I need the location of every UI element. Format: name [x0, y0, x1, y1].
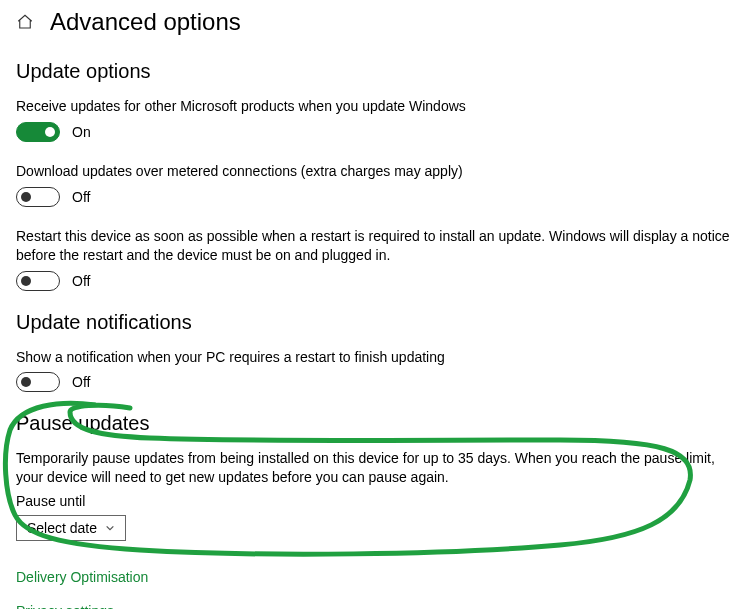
metered-text: Download updates over metered connection…: [16, 162, 734, 181]
section-title-update-options: Update options: [16, 60, 734, 83]
toggle-knob-icon: [45, 127, 55, 137]
home-icon[interactable]: [16, 13, 34, 31]
page-header: Advanced options: [16, 8, 734, 36]
page-title: Advanced options: [50, 8, 241, 36]
show-notification-toggle[interactable]: [16, 372, 60, 392]
section-title-pause: Pause updates: [16, 412, 734, 435]
restart-toggle-row: Off: [16, 271, 734, 291]
show-notification-toggle-row: Off: [16, 372, 734, 392]
restart-state: Off: [72, 273, 90, 289]
restart-text: Restart this device as soon as possible …: [16, 227, 734, 265]
update-options-section: Update options Receive updates for other…: [16, 60, 734, 291]
pause-until-select[interactable]: Select date: [16, 515, 126, 541]
show-notification-text: Show a notification when your PC require…: [16, 348, 734, 367]
metered-toggle-row: Off: [16, 187, 734, 207]
metered-state: Off: [72, 189, 90, 205]
toggle-knob-icon: [21, 192, 31, 202]
pause-until-label: Pause until: [16, 493, 734, 509]
receive-updates-toggle-row: On: [16, 122, 734, 142]
metered-toggle[interactable]: [16, 187, 60, 207]
receive-updates-toggle[interactable]: [16, 122, 60, 142]
pause-until-select-label: Select date: [27, 520, 97, 536]
toggle-knob-icon: [21, 276, 31, 286]
toggle-knob-icon: [21, 377, 31, 387]
chevron-down-icon: [105, 523, 115, 533]
update-notifications-section: Update notifications Show a notification…: [16, 311, 734, 393]
show-notification-state: Off: [72, 374, 90, 390]
pause-description: Temporarily pause updates from being ins…: [16, 449, 734, 487]
delivery-optimisation-link[interactable]: Delivery Optimisation: [16, 569, 734, 585]
receive-updates-state: On: [72, 124, 91, 140]
restart-toggle[interactable]: [16, 271, 60, 291]
receive-updates-text: Receive updates for other Microsoft prod…: [16, 97, 734, 116]
pause-updates-section: Pause updates Temporarily pause updates …: [16, 412, 734, 541]
privacy-settings-link[interactable]: Privacy settings: [16, 603, 734, 609]
section-title-notifications: Update notifications: [16, 311, 734, 334]
